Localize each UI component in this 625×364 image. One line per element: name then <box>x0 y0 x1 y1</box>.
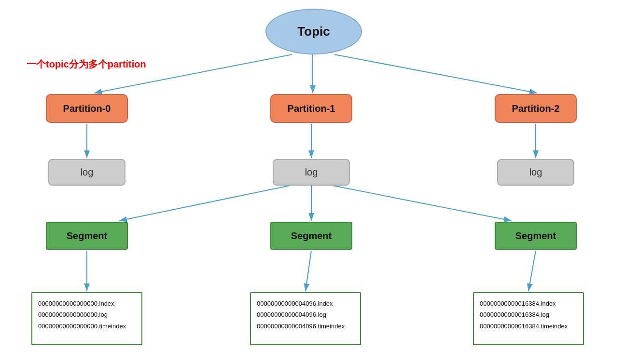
svg-line-12 <box>528 251 536 291</box>
svg-line-9 <box>333 186 512 221</box>
diagram-container: 一个topic分为多个partition Topic Partition-0 P… <box>0 0 625 364</box>
log-2-box: log <box>497 159 574 186</box>
segment-1-box: Segment <box>270 222 352 250</box>
file-2-line1: 00000000000016384.index <box>480 298 577 309</box>
partition-1-box: Partition-1 <box>270 94 352 123</box>
topic-label: Topic <box>297 24 330 39</box>
annotation-text: 一个topic分为多个partition <box>27 58 146 71</box>
file-1-box: 00000000000004096.index 0000000000000409… <box>250 292 361 345</box>
log-1-box: log <box>273 159 350 186</box>
svg-line-11 <box>306 251 311 291</box>
log-0-label: log <box>81 167 94 178</box>
partition-1-label: Partition-1 <box>288 103 335 114</box>
partition-2-label: Partition-2 <box>512 103 560 114</box>
segment-0-label: Segment <box>67 230 107 242</box>
topic-node: Topic <box>265 9 362 54</box>
file-0-line1: 00000000000000000.index <box>38 298 136 309</box>
partition-2-box: Partition-2 <box>495 94 577 123</box>
segment-2-label: Segment <box>515 230 556 242</box>
log-0-box: log <box>48 159 125 186</box>
file-2-line2: 00000000000016384.log <box>480 309 577 320</box>
partition-0-label: Partition-0 <box>63 103 111 114</box>
file-1-line1: 00000000000004096.index <box>257 298 354 309</box>
log-2-label: log <box>529 167 542 178</box>
file-2-line3: 00000000000016384.timeindex <box>480 321 577 332</box>
svg-line-3 <box>334 54 537 93</box>
file-1-line3: 00000000000004096.timeindex <box>257 321 354 332</box>
segment-2-box: Segment <box>495 222 577 250</box>
file-0-line2: 00000000000000000.log <box>38 309 136 320</box>
svg-line-7 <box>119 186 290 221</box>
log-1-label: log <box>305 167 318 178</box>
segment-0-box: Segment <box>46 222 128 250</box>
segment-1-label: Segment <box>291 230 332 242</box>
file-1-line2: 00000000000004096.log <box>257 309 354 320</box>
file-0-box: 00000000000000000.index 0000000000000000… <box>31 292 142 345</box>
file-2-box: 00000000000016384.index 0000000000001638… <box>473 292 584 345</box>
file-0-line3: 00000000000000000.timeindex <box>38 321 136 332</box>
partition-0-box: Partition-0 <box>46 94 128 123</box>
